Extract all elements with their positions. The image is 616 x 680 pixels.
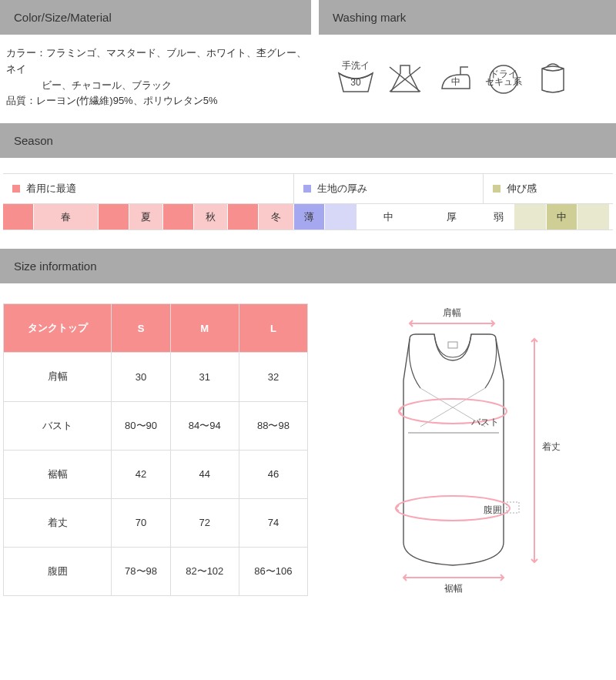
size-corner: タンクトップ	[4, 304, 112, 353]
size-diagram: 肩幅 バスト 腹囲	[314, 303, 613, 596]
cell: 82〜102	[170, 547, 239, 595]
cell: 74	[239, 498, 307, 547]
chip-thick-mid: 中	[357, 204, 420, 229]
stretch-chips: 弱 中 強	[484, 204, 616, 229]
legend-pink-square	[12, 185, 20, 193]
svg-text:裾幅: 裾幅	[444, 583, 463, 594]
table-row: バスト 80〜90 84〜94 88〜98	[4, 401, 308, 450]
csm-and-wash-row: カラー：フラミンゴ、マスタード、ブルー、ホワイト、杢グレー、ネイ ビー、チャコー…	[0, 35, 616, 123]
svg-text:手洗イ: 手洗イ	[342, 60, 370, 71]
legend-stretch-label: 伸び感	[507, 182, 537, 196]
material-line: 品質：レーヨン(竹繊維)95%、ポリウレタン5%	[6, 93, 311, 109]
wash-dryclean-icon: ドライ セキュ系	[482, 58, 525, 98]
cell: 42	[112, 450, 170, 498]
wash-nobleach-icon	[383, 58, 427, 98]
cell: 78〜98	[112, 547, 170, 595]
chip-olive-spacer2	[578, 204, 610, 229]
table-row: 腹囲 78〜98 82〜102 86〜106	[4, 547, 308, 595]
legend-row: 着用に最適 生地の厚み 伸び感	[3, 173, 613, 204]
cell: 44	[170, 450, 239, 498]
chip-stretch-mid: 中	[547, 204, 578, 229]
svg-text:肩幅: 肩幅	[443, 307, 461, 318]
thick-chips: 薄 中 厚	[294, 204, 484, 229]
header-color-size: Color/Size/Material	[0, 0, 311, 35]
cell: 46	[239, 450, 307, 498]
cell: 31	[170, 353, 239, 401]
row-label: 着丈	[4, 498, 112, 547]
legend-blue-square	[303, 185, 311, 193]
cell: 30	[112, 353, 170, 401]
svg-text:腹囲: 腹囲	[484, 504, 502, 515]
chip-spring: 春	[34, 204, 99, 229]
chip-pink-spacer4	[228, 204, 259, 229]
svg-text:バスト: バスト	[470, 417, 499, 427]
svg-text:30: 30	[350, 77, 361, 88]
svg-text:中: 中	[451, 76, 460, 87]
legend-stretch: 伸び感	[484, 174, 613, 203]
chip-weak: 弱	[484, 204, 514, 229]
season-chips: 春 夏 秋 冬	[3, 204, 294, 229]
svg-rect-10	[448, 342, 457, 348]
chip-pink-spacer2	[99, 204, 129, 229]
chip-autumn: 秋	[194, 204, 228, 229]
chip-thin: 薄	[294, 204, 325, 229]
header-season: Season	[0, 123, 616, 158]
chip-pink-spacer3	[163, 204, 194, 229]
size-col-m: M	[170, 304, 239, 353]
row-label: 肩幅	[4, 353, 112, 401]
size-table: タンクトップ S M L 肩幅 30 31 32 バスト 80〜90 84〜94…	[3, 303, 308, 596]
legend-best-label: 着用に最適	[26, 182, 76, 196]
size-col-l: L	[239, 304, 307, 353]
wash-handwash-icon: 手洗イ 30	[334, 58, 377, 98]
color-line-b: ビー、チャコール、ブラック	[6, 78, 311, 94]
table-header-row: タンクトップ S M L	[4, 304, 308, 353]
color-line: カラー：フラミンゴ、マスタード、ブルー、ホワイト、杢グレー、ネイ	[6, 45, 311, 78]
color-size-material-text: カラー：フラミンゴ、マスタード、ブルー、ホワイト、杢グレー、ネイ ビー、チャコー…	[6, 45, 311, 109]
cell: 80〜90	[112, 401, 170, 450]
svg-text:着丈: 着丈	[542, 441, 561, 452]
legend-best: 着用に最適	[3, 174, 294, 203]
chip-pink-spacer1	[3, 204, 34, 229]
legend-thick-label: 生地の厚み	[317, 182, 367, 196]
chip-winter: 冬	[259, 204, 294, 229]
row-label: 腹囲	[4, 547, 112, 595]
svg-text:セキュ系: セキュ系	[485, 76, 522, 87]
table-row: 着丈 70 72 74	[4, 498, 308, 547]
table-row: 肩幅 30 31 32	[4, 353, 308, 401]
header-washing: Washing mark	[319, 0, 616, 35]
size-block: タンクトップ S M L 肩幅 30 31 32 バスト 80〜90 84〜94…	[0, 283, 616, 611]
cell: 32	[239, 353, 307, 401]
cell: 72	[170, 498, 239, 547]
wash-icon-row: 手洗イ 30 中 ドライ セキュ系	[311, 45, 574, 109]
season-block: 着用に最適 生地の厚み 伸び感 春 夏 秋 冬 薄 中 厚	[0, 158, 616, 249]
chip-blue-spacer	[325, 204, 357, 229]
cell: 88〜98	[239, 401, 307, 450]
chip-thick: 厚	[420, 204, 484, 229]
cell: 84〜94	[170, 401, 239, 450]
header-sizeinfo: Size information	[0, 249, 616, 283]
chip-row: 春 夏 秋 冬 薄 中 厚 弱 中 強	[3, 204, 613, 230]
table-row: 裾幅 42 44 46	[4, 450, 308, 498]
legend-thick: 生地の厚み	[294, 174, 484, 203]
cell: 86〜106	[239, 547, 307, 595]
legend-olive-square	[493, 185, 500, 193]
top-header-row: Color/Size/Material Washing mark	[0, 0, 616, 35]
chip-summer: 夏	[129, 204, 163, 229]
cell: 70	[112, 498, 170, 547]
wash-iron-icon: 中	[433, 58, 476, 98]
tanktop-svg: 肩幅 バスト 腹囲	[333, 303, 594, 596]
row-label: 裾幅	[4, 450, 112, 498]
chip-olive-spacer1	[514, 204, 547, 229]
size-col-s: S	[112, 304, 170, 353]
chip-strong: 強	[610, 204, 616, 229]
row-label: バスト	[4, 401, 112, 450]
wash-wring-icon	[531, 58, 574, 98]
